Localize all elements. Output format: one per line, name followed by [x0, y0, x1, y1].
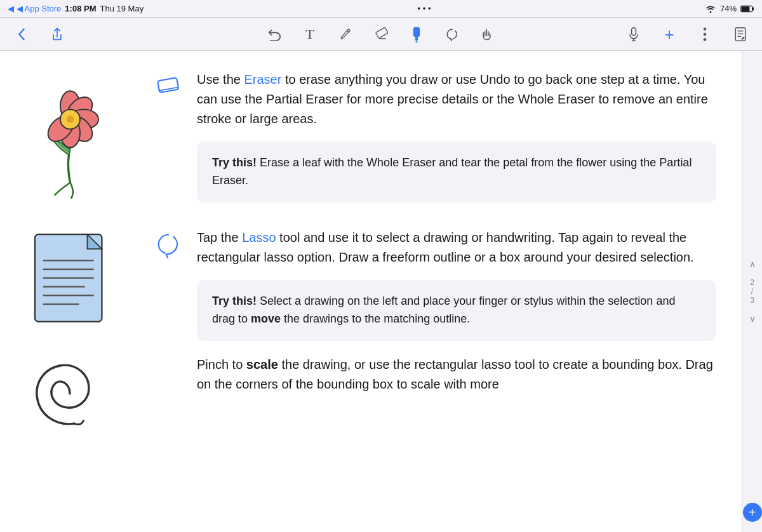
status-bar: ◀ ◀ App Store 1:08 PM Thu 19 May • • • 7…	[0, 0, 762, 18]
svg-point-12	[704, 27, 707, 30]
eraser-section-header: Use the Eraser to erase anything you dra…	[152, 70, 716, 129]
illustration-column	[0, 51, 140, 532]
pinch-text: Pinch to scale the drawing, or use the r…	[197, 355, 716, 394]
svg-point-8	[415, 41, 417, 43]
eraser-icon-container	[152, 72, 184, 100]
pinch-section: Pinch to scale the drawing, or use the r…	[197, 355, 716, 394]
back-to-appstore[interactable]: ◀ ◀ App Store	[8, 4, 61, 13]
zoom-button[interactable]: +	[743, 503, 762, 522]
lasso-try-this-label: Try this!	[212, 295, 257, 307]
eraser-section: Use the Eraser to erase anything you dra…	[152, 70, 716, 203]
back-button[interactable]	[10, 23, 33, 46]
svg-rect-6	[413, 27, 420, 37]
svg-point-26	[66, 116, 74, 123]
status-left: ◀ ◀ App Store 1:08 PM Thu 19 May	[8, 4, 144, 13]
page-slash: /	[751, 287, 753, 296]
toolbar-right: +	[622, 23, 752, 46]
status-date: Thu 19 May	[100, 4, 144, 13]
eraser-tool-button[interactable]	[370, 23, 392, 46]
content-area: Use the Eraser to erase anything you dra…	[140, 51, 742, 532]
svg-point-13	[704, 32, 707, 36]
toolbar: T	[0, 18, 762, 51]
lasso-move-bold: move	[251, 312, 281, 325]
wifi-icon	[705, 4, 716, 13]
eraser-try-this-text: Erase a leaf with the Whole Eraser and t…	[212, 156, 692, 187]
undo-button[interactable]	[263, 23, 286, 46]
scale-bold: scale	[246, 357, 278, 371]
battery-percent: 74%	[720, 4, 737, 13]
status-time: 1:08 PM	[65, 4, 96, 13]
svg-rect-15	[735, 27, 745, 41]
eraser-try-this-label: Try this!	[212, 156, 257, 169]
lasso-large-icon	[154, 230, 182, 258]
svg-rect-9	[632, 27, 636, 35]
battery-icon	[740, 5, 754, 13]
spiral-illustration	[32, 356, 108, 432]
eraser-try-this-box: Try this! Erase a leaf with the Whole Er…	[197, 142, 716, 203]
add-button[interactable]: +	[658, 23, 681, 46]
svg-rect-4	[376, 27, 388, 38]
svg-rect-2	[742, 6, 750, 11]
lasso-section: Tap the Lasso tool and use it to select …	[152, 228, 716, 394]
eraser-main-text: Use the Eraser to erase anything you dra…	[197, 70, 716, 129]
total-pages: 3	[750, 296, 754, 305]
current-page: 2	[750, 278, 754, 287]
highlighter-tool-button[interactable]	[405, 23, 428, 46]
text-tool-button[interactable]: T	[298, 23, 321, 46]
lasso-icon-container	[152, 230, 184, 258]
eraser-highlight: Eraser	[244, 72, 281, 86]
svg-rect-1	[752, 7, 754, 10]
lasso-tool-button[interactable]	[441, 23, 464, 46]
eraser-large-icon	[154, 72, 182, 100]
lasso-main-text: Tap the Lasso tool and use it to select …	[197, 228, 716, 267]
scroll-down-arrow[interactable]: ∨	[749, 314, 756, 324]
status-right: 74%	[705, 4, 754, 13]
scroll-up-arrow[interactable]: ∧	[749, 259, 756, 269]
lasso-try-this-text-2: the drawings to the matching outline.	[281, 312, 470, 325]
finger-tool-button[interactable]	[476, 23, 499, 46]
lasso-try-this-box: Try this! Select a drawing on the left a…	[197, 280, 716, 341]
document-illustration	[25, 229, 114, 333]
status-dots: • • •	[418, 4, 431, 13]
toolbar-center: T	[263, 23, 499, 46]
page-layout-button[interactable]	[729, 23, 752, 46]
lasso-highlight: Lasso	[242, 230, 276, 244]
lasso-section-header: Tap the Lasso tool and use it to select …	[152, 228, 716, 267]
main-content: Use the Eraser to erase anything you dra…	[0, 51, 762, 532]
mic-button[interactable]	[622, 23, 645, 46]
toolbar-left	[10, 23, 69, 46]
share-button[interactable]	[46, 23, 69, 46]
svg-line-3	[341, 37, 343, 38]
pen-tool-button[interactable]	[334, 23, 357, 46]
scroll-indicator: ∧ 2 / 3 ∨ +	[742, 51, 762, 532]
more-button[interactable]	[693, 23, 716, 46]
flower-illustration	[21, 70, 119, 203]
svg-point-14	[704, 37, 707, 41]
